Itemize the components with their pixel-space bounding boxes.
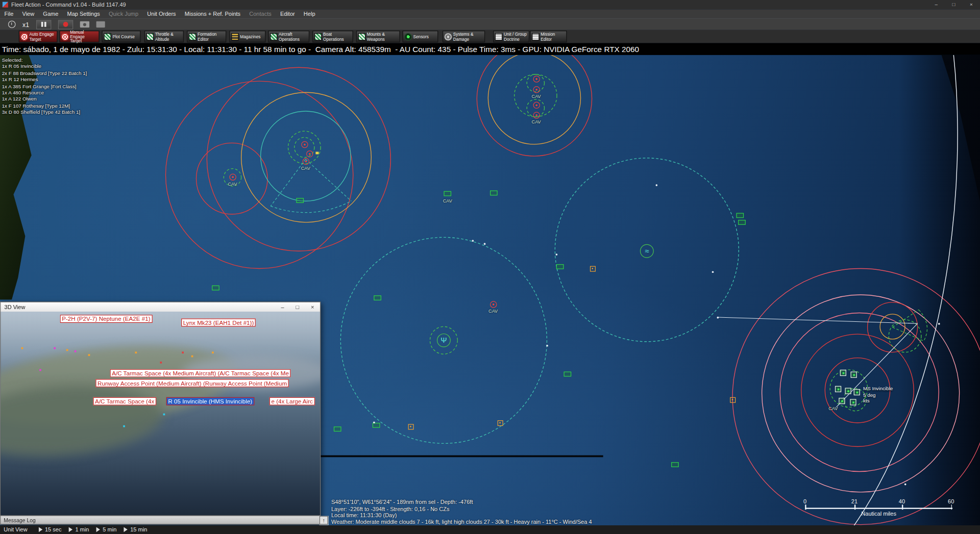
selected-item[interactable]: 1x R 12 Hermes (2, 77, 87, 84)
camera-icon[interactable] (80, 21, 89, 28)
plot-course-button[interactable]: Plot Course (102, 31, 141, 42)
3d-label[interactable]: A/C Tarmac Space (4x (93, 397, 156, 405)
time-step-15-min[interactable]: 15 min (124, 526, 147, 532)
selected-item[interactable]: 1x R 05 Invincible (2, 64, 87, 70)
view-mode-label[interactable]: Unit View (0, 526, 31, 532)
play-icon (96, 527, 100, 532)
time-step-label: 5 min (103, 526, 116, 532)
3d-label[interactable]: A/C Tarmac Space (4x Medium Aircraft) (A… (110, 369, 291, 377)
window-controls: – □ × (927, 0, 980, 9)
target-icon (61, 33, 69, 40)
3d-label[interactable]: Runway Access Point (Medium Aircraft) (R… (95, 379, 288, 387)
readout-line: S48°51'10", W61°56'24" - 189nm from sel … (331, 499, 592, 505)
menu-view[interactable]: View (18, 9, 39, 18)
pause-icon (41, 22, 43, 27)
ribbon-label: Throttle & Altitude (155, 32, 182, 41)
stripe-icon (314, 33, 322, 40)
ribbon-label: Systems & Damage (453, 32, 483, 41)
3d-label[interactable]: Lynx Mk23 (EAH1 Det #1)) (181, 318, 256, 326)
3d-label[interactable]: e (4x Large Airc (270, 397, 315, 405)
app-icon (3, 2, 8, 8)
ribbon-label: Unit / Group Doctrine (504, 32, 528, 41)
ribbon-label: Sensors (413, 34, 429, 39)
selected-item[interactable]: 2x F 88 Broadsword [Type 22 Batch 1] (2, 70, 87, 77)
selected-item[interactable]: 1x A 385 Fort Grange [Fort Class] (2, 84, 87, 90)
ribbon-label: Aircraft Operations (279, 32, 307, 41)
mounts-weapons-button[interactable]: Mounts & Weapons (356, 31, 400, 42)
message-log-title: Message Log (4, 517, 36, 523)
stripe-icon (189, 33, 197, 40)
unit-group-doctrine-button[interactable]: Unit / Group Doctrine (493, 31, 529, 42)
time-step-1-min[interactable]: 1 min (69, 526, 89, 532)
time-compression-value[interactable]: x1 (22, 21, 29, 28)
close-button[interactable]: × (963, 0, 980, 9)
3d-maximize-button[interactable]: □ (290, 302, 305, 312)
menu-map-settings[interactable]: Map Settings (63, 9, 104, 18)
pause-icon (44, 22, 46, 27)
message-log-bar[interactable]: Message Log (1, 515, 320, 524)
3d-close-button[interactable]: × (305, 302, 320, 312)
ribbon-toolbar: Auto Engage TargetManual Engage TargetPl… (0, 30, 980, 43)
selected-item[interactable]: 3x D 80 Sheffield [Type 42 Batch 1] (2, 109, 87, 116)
sensors-button[interactable]: Sensors (403, 31, 438, 42)
mission-editor-button[interactable]: Mission Editor (530, 31, 567, 42)
ribbon-label: Mounts & Weapons (367, 32, 398, 41)
systems-damage-button[interactable]: Systems & Damage (443, 31, 485, 42)
3d-view-window[interactable]: 3D View – □ × P-2H (P2V-7) Neptune (EA2E… (0, 301, 321, 524)
menu-editor[interactable]: Editor (276, 9, 299, 18)
time-step-15-sec[interactable]: 15 sec (39, 526, 62, 532)
menu-missions-ref-points[interactable]: Missions + Ref. Points (180, 9, 244, 18)
aircraft-operations-button[interactable]: Aircraft Operations (268, 31, 309, 42)
stripe-icon (146, 33, 154, 40)
panel-icon[interactable] (96, 21, 105, 28)
stripe-icon (104, 33, 111, 40)
3d-view-title-bar[interactable]: 3D View – □ × (1, 302, 320, 312)
selected-item[interactable]: 1x A 480 Resource (2, 90, 87, 96)
record-button[interactable] (58, 20, 72, 29)
formation-editor-button[interactable]: Formation Editor (187, 31, 226, 42)
record-icon (63, 22, 68, 27)
selected-item[interactable]: 1x F 107 Rothesay [Type 12M] (2, 103, 87, 110)
scale-line (805, 508, 952, 509)
3d-minimize-button[interactable]: – (275, 302, 290, 312)
menu-bar: FileViewGameMap SettingsQuick JumpUnit O… (0, 9, 980, 18)
scale-tick (805, 504, 806, 510)
menu-help[interactable]: Help (299, 9, 320, 18)
window-title: Fleet Action - Command v1.04 - Build 114… (11, 2, 126, 8)
selected-item[interactable]: 1x A 122 Olwen (2, 96, 87, 103)
scale-tick-label: 0 (803, 498, 806, 504)
throttle-altitude-button[interactable]: Throttle & Altitude (144, 31, 184, 42)
dock-arrow-button[interactable]: ↑ (320, 516, 328, 524)
3d-unit-mark (75, 350, 77, 352)
menu-unit-orders[interactable]: Unit Orders (143, 9, 180, 18)
3d-unit-mark (54, 347, 56, 349)
gear-icon (445, 33, 452, 40)
play-icon (39, 527, 42, 532)
3d-view-content[interactable]: P-2H (P2V-7) Neptune (EA2E #1)Lynx Mk23 … (1, 312, 320, 515)
ribbon-label: Magazines (240, 34, 260, 39)
maximize-button[interactable]: □ (945, 0, 962, 9)
scale-tick-label: 40 (899, 498, 905, 504)
stripe-icon (270, 33, 278, 40)
time-step-label: 1 min (75, 526, 89, 532)
menu-file[interactable]: File (0, 9, 18, 18)
target-icon (20, 33, 28, 40)
readout-line: Weather: Moderate middle clouds 7 - 16k … (331, 519, 592, 525)
3d-haze (1, 312, 320, 515)
minimize-button[interactable]: – (927, 0, 945, 9)
dot-icon (404, 33, 412, 40)
mag-icon (231, 33, 239, 40)
boat-operations-button[interactable]: Boat Operations (312, 31, 353, 42)
3d-view-title: 3D View (5, 304, 26, 310)
selected-header: Selected: (2, 58, 87, 64)
3d-view-controls: – □ × (275, 302, 320, 312)
time-step-5-min[interactable]: 5 min (96, 526, 116, 532)
3d-label[interactable]: P-2H (P2V-7) Neptune (EA2E #1) (60, 315, 153, 323)
3d-label-selected[interactable]: R 05 Invincible (HMS Invincible) (166, 397, 254, 405)
magazines-button[interactable]: Magazines (229, 31, 265, 42)
play-icon (69, 527, 72, 532)
pause-button[interactable] (36, 20, 51, 29)
auto-engage-target-button[interactable]: Auto Engage Target (19, 31, 58, 42)
menu-game[interactable]: Game (39, 9, 63, 18)
manual-engage-target-button[interactable]: Manual Engage Target (59, 31, 99, 42)
